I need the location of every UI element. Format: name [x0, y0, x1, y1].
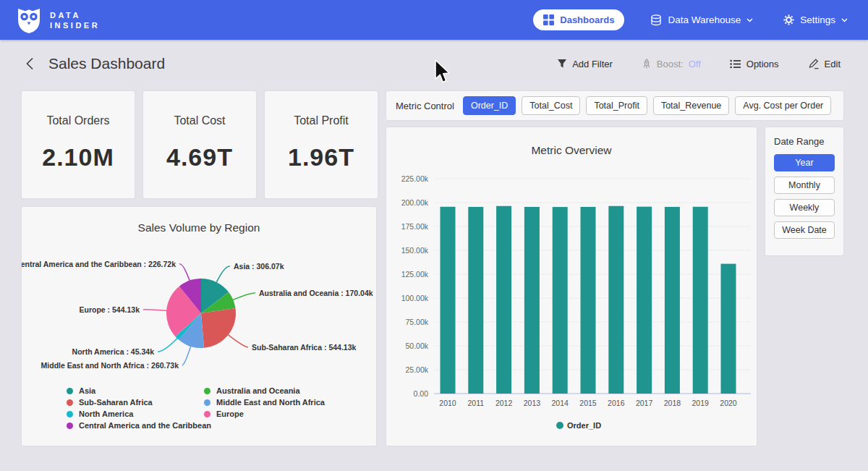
back-button[interactable]: [23, 56, 37, 72]
date-range-panel: Date Range YearMonthlyWeeklyWeek Date: [765, 127, 843, 255]
pie-legend-item: Europe: [204, 408, 325, 420]
add-filter-button[interactable]: Add Filter: [553, 58, 617, 70]
kpi-label: Total Cost: [174, 114, 225, 127]
legend-dot-icon: [204, 399, 210, 406]
date-range-option-button[interactable]: Weekly: [774, 199, 835, 216]
metric-button-group: Order_IDTotal_CostTotal_ProfitTotal_Reve…: [463, 96, 831, 115]
chevron-down-icon: [841, 18, 848, 22]
boost-toggle[interactable]: Boost: Off: [637, 58, 705, 70]
svg-text:0.00: 0.00: [414, 389, 429, 398]
svg-text:2019: 2019: [692, 399, 710, 407]
nav-data-warehouse-button[interactable]: Data Warehouse: [646, 14, 757, 27]
svg-text:2017: 2017: [636, 399, 653, 407]
pie-legend-item: Sub-Saharan Africa: [67, 396, 211, 408]
legend-dot-icon: [67, 399, 73, 406]
svg-text:Asia : 306.07k: Asia : 306.07k: [234, 262, 284, 271]
legend-dot-icon: [67, 423, 73, 429]
filter-funnel-icon: [557, 59, 567, 69]
page-header: Sales Dashboard Add Filter Boost: Off: [0, 40, 868, 88]
metric-control-bar: Metric Control Order_IDTotal_CostTotal_P…: [386, 91, 843, 120]
edit-button[interactable]: Edit: [804, 57, 845, 70]
svg-text:Europe : 544.13k: Europe : 544.13k: [80, 305, 140, 314]
pie-chart-title: Sales Volume by Region: [22, 221, 376, 234]
kpi-value: 4.69T: [166, 143, 233, 171]
metric-control-label: Metric Control: [396, 101, 454, 111]
date-range-option-button[interactable]: Week Date: [774, 221, 835, 239]
brand-name: DATA INSIDER: [50, 10, 100, 30]
svg-text:Middle East and North Africa :: Middle East and North Africa : 260.73k: [41, 361, 179, 370]
kpi-value: 1.96T: [288, 143, 354, 171]
nav-data-warehouse-label: Data Warehouse: [668, 14, 741, 25]
legend-label: Sub-Saharan Africa: [79, 398, 153, 407]
pie-legend-item: North America: [67, 408, 211, 420]
kpi-label: Total Orders: [46, 114, 109, 127]
date-range-button-group: YearMonthlyWeeklyWeek Date: [774, 154, 835, 239]
metric-overview-chart-card: Metric Overview 0.0025.00k50.00k75.00k10…: [386, 127, 757, 446]
rocket-icon: [642, 59, 652, 69]
legend-dot-icon: [67, 388, 73, 394]
options-button[interactable]: Options: [726, 58, 783, 70]
add-filter-label: Add Filter: [572, 59, 613, 69]
svg-text:2010: 2010: [439, 399, 456, 407]
pie-legend-item: Asia: [67, 385, 211, 396]
svg-text:2018: 2018: [664, 399, 681, 407]
date-range-option-button[interactable]: Year: [774, 154, 835, 171]
dashboard-screen: DATA INSIDER Dashboards D: [0, 0, 868, 471]
svg-text:Order_ID: Order_ID: [567, 421, 601, 430]
kpi-card-total-profit: Total Profit 1.96T: [265, 91, 378, 198]
nav-settings-button[interactable]: Settings: [779, 14, 852, 26]
database-icon: [650, 14, 662, 26]
top-navigation-bar: DATA INSIDER Dashboards D: [0, 0, 868, 40]
metric-option-button[interactable]: Total_Revenue: [653, 96, 729, 115]
options-label: Options: [746, 59, 779, 69]
svg-text:2011: 2011: [468, 399, 485, 407]
top-nav-menu: Dashboards Data Warehouse: [533, 9, 852, 30]
legend-label: Middle East and North Africa: [216, 398, 325, 407]
list-options-icon: [730, 59, 741, 69]
pie-legend-item: Australia and Oceania: [204, 385, 325, 396]
svg-text:200.00k: 200.00k: [401, 198, 429, 207]
bar-chart: 0.0025.00k50.00k75.00k100.00k125.00k150.…: [386, 156, 757, 446]
svg-text:25.00k: 25.00k: [405, 365, 428, 374]
svg-text:Central America and the Caribb: Central America and the Caribbean : 226.…: [22, 260, 176, 268]
svg-text:2016: 2016: [608, 399, 625, 407]
svg-text:North America : 45.34k: North America : 45.34k: [72, 347, 155, 356]
bar-chart-title: Metric Overview: [386, 144, 757, 157]
chevron-down-icon: [746, 18, 753, 22]
legend-label: Asia: [79, 386, 95, 395]
sales-volume-chart-card: Sales Volume by Region Asia : 306.07kAus…: [22, 207, 376, 446]
nav-settings-label: Settings: [800, 14, 835, 25]
kpi-value: 2.10M: [42, 143, 114, 171]
legend-dot-icon: [67, 411, 73, 417]
metric-option-button[interactable]: Order_ID: [463, 96, 516, 115]
page-title: Sales Dashboard: [48, 55, 165, 72]
metric-option-button[interactable]: Total_Profit: [586, 96, 647, 115]
nav-dashboards-button[interactable]: Dashboards: [533, 9, 624, 30]
metric-option-button[interactable]: Total_Cost: [522, 96, 580, 115]
boost-state: Off: [689, 59, 701, 69]
svg-text:75.00k: 75.00k: [405, 318, 428, 326]
pie-legend-column-1: AsiaSub-Saharan AfricaNorth AmericaCentr…: [67, 385, 211, 431]
date-range-label: Date Range: [774, 136, 835, 147]
legend-label: Central America and the Caribbean: [79, 421, 211, 430]
svg-text:2013: 2013: [524, 399, 541, 407]
chevron-left-icon: [26, 57, 34, 70]
pie-legend-item: Central America and the Caribbean: [67, 420, 211, 431]
kpi-card-total-orders: Total Orders 2.10M: [22, 91, 135, 198]
legend-label: North America: [79, 410, 133, 418]
pie-legend-column-2: Australia and OceaniaMiddle East and Nor…: [204, 385, 325, 420]
brand-logo: DATA INSIDER: [16, 7, 100, 34]
date-range-option-button[interactable]: Monthly: [774, 177, 835, 194]
svg-text:2015: 2015: [579, 399, 597, 407]
owl-logo-icon: [16, 7, 42, 34]
svg-text:50.00k: 50.00k: [405, 341, 428, 350]
pencil-icon: [808, 58, 820, 69]
legend-dot-icon: [204, 388, 210, 394]
edit-label: Edit: [825, 59, 841, 69]
gear-icon: [783, 14, 794, 25]
metric-option-button[interactable]: Avg. Cost per Order: [735, 96, 831, 115]
kpi-label: Total Profit: [294, 114, 349, 127]
svg-text:225.00k: 225.00k: [401, 174, 429, 183]
legend-label: Europe: [216, 410, 244, 418]
svg-text:125.00k: 125.00k: [401, 270, 429, 279]
